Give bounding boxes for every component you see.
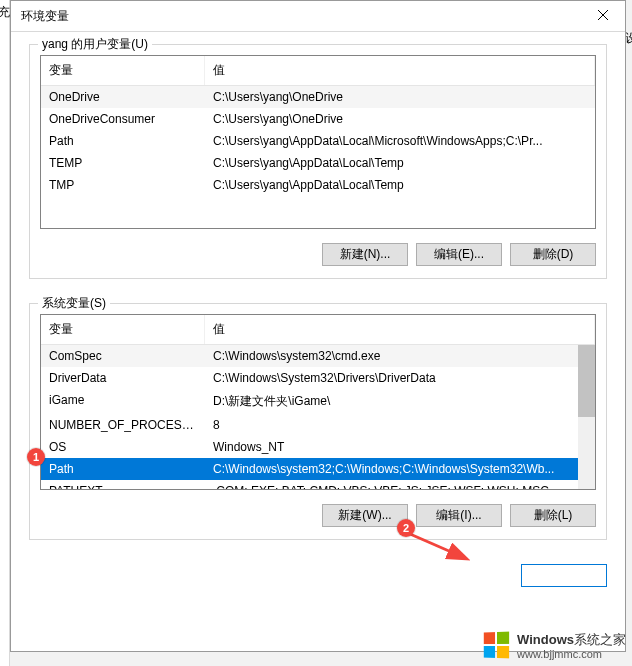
table-row[interactable]: NUMBER_OF_PROCESSORS8	[41, 414, 595, 436]
cell-var: OneDrive	[41, 86, 205, 108]
cell-val: C:\Windows\system32\cmd.exe	[205, 345, 595, 367]
cell-var: NUMBER_OF_PROCESSORS	[41, 414, 205, 436]
user-vars-legend: yang 的用户变量(U)	[38, 36, 152, 53]
cell-val: .COM;.EXE;.BAT;.CMD;.VBS;.VBE;.JS;.JSE;.…	[205, 480, 595, 489]
user-delete-button[interactable]: 删除(D)	[510, 243, 596, 266]
table-row[interactable]: OneDriveConsumerC:\Users\yang\OneDrive	[41, 108, 595, 130]
user-edit-button[interactable]: 编辑(E)...	[416, 243, 502, 266]
table-row[interactable]: PathC:\Users\yang\AppData\Local\Microsof…	[41, 130, 595, 152]
env-vars-dialog: 环境变量 yang 的用户变量(U) 变量 值 OneDriveC:\Users…	[10, 0, 626, 652]
table-row[interactable]: OneDriveC:\Users\yang\OneDrive	[41, 86, 595, 108]
cell-val: C:\Users\yang\OneDrive	[205, 108, 595, 130]
cell-val: C:\Users\yang\AppData\Local\Temp	[205, 152, 595, 174]
user-vars-table-body: OneDriveC:\Users\yang\OneDriveOneDriveCo…	[41, 86, 595, 228]
cell-val: C:\Users\yang\AppData\Local\Temp	[205, 174, 595, 196]
system-vars-table-header: 变量 值	[41, 315, 595, 345]
sliver-char: 充	[0, 4, 9, 21]
watermark: Windows系统之家 www.bjjmmc.com	[483, 631, 626, 660]
cell-var: DriverData	[41, 367, 205, 389]
user-vars-group: yang 的用户变量(U) 变量 值 OneDriveC:\Users\yang…	[29, 44, 607, 279]
svg-line-2	[410, 534, 465, 558]
cell-var: TEMP	[41, 152, 205, 174]
cell-var: PATHEXT	[41, 480, 205, 489]
cell-val: C:\Users\yang\OneDrive	[205, 86, 595, 108]
dialog-titlebar: 环境变量	[11, 1, 625, 32]
cell-var: TMP	[41, 174, 205, 196]
system-vars-group: 系统变量(S) 变量 值 ComSpecC:\Windows\system32\…	[29, 303, 607, 540]
scrollbar-thumb[interactable]	[578, 345, 595, 417]
system-vars-table-body: ComSpecC:\Windows\system32\cmd.exeDriver…	[41, 345, 595, 489]
cell-var: ComSpec	[41, 345, 205, 367]
column-header-val[interactable]: 值	[205, 56, 595, 85]
annotation-badge-1: 1	[27, 448, 45, 466]
table-row[interactable]: TMPC:\Users\yang\AppData\Local\Temp	[41, 174, 595, 196]
cell-var: iGame	[41, 389, 205, 414]
cell-val: 8	[205, 414, 595, 436]
cell-val: C:\Users\yang\AppData\Local\Microsoft\Wi…	[205, 130, 595, 152]
sliver-char-right: 设	[625, 30, 632, 47]
table-row[interactable]: TEMPC:\Users\yang\AppData\Local\Temp	[41, 152, 595, 174]
table-row[interactable]: PATHEXT.COM;.EXE;.BAT;.CMD;.VBS;.VBE;.JS…	[41, 480, 595, 489]
cell-val: C:\Windows\system32;C:\Windows;C:\Window…	[205, 458, 595, 480]
table-row[interactable]: iGameD:\新建文件夹\iGame\	[41, 389, 595, 414]
close-button[interactable]	[580, 1, 625, 31]
user-vars-table-header: 变量 值	[41, 56, 595, 86]
cell-var: Path	[41, 130, 205, 152]
cell-val: Windows_NT	[205, 436, 595, 458]
table-row[interactable]: OSWindows_NT	[41, 436, 595, 458]
background-left-sliver: 充	[0, 0, 10, 666]
system-new-button[interactable]: 新建(W)...	[322, 504, 408, 527]
column-header-val[interactable]: 值	[205, 315, 595, 344]
cell-val: C:\Windows\System32\Drivers\DriverData	[205, 367, 595, 389]
dialog-footer	[29, 564, 607, 587]
user-vars-table[interactable]: 变量 值 OneDriveC:\Users\yang\OneDriveOneDr…	[40, 55, 596, 229]
windows-logo-icon	[484, 631, 511, 660]
column-header-var[interactable]: 变量	[41, 315, 205, 344]
system-edit-button[interactable]: 编辑(I)...	[416, 504, 502, 527]
close-icon	[598, 9, 608, 23]
column-header-var[interactable]: 变量	[41, 56, 205, 85]
annotation-badge-2: 2	[397, 519, 415, 537]
ok-button-partial[interactable]	[521, 564, 607, 587]
system-delete-button[interactable]: 删除(L)	[510, 504, 596, 527]
cell-var: OneDriveConsumer	[41, 108, 205, 130]
system-vars-table[interactable]: 变量 值 ComSpecC:\Windows\system32\cmd.exeD…	[40, 314, 596, 490]
watermark-text: Windows系统之家 www.bjjmmc.com	[517, 631, 626, 660]
system-vars-scrollbar[interactable]	[578, 345, 595, 489]
dialog-title: 环境变量	[21, 8, 69, 25]
table-row[interactable]: DriverDataC:\Windows\System32\Drivers\Dr…	[41, 367, 595, 389]
cell-val: D:\新建文件夹\iGame\	[205, 389, 595, 414]
cell-var: OS	[41, 436, 205, 458]
table-row[interactable]: ComSpecC:\Windows\system32\cmd.exe	[41, 345, 595, 367]
user-new-button[interactable]: 新建(N)...	[322, 243, 408, 266]
cell-var: Path	[41, 458, 205, 480]
background-right-sliver: 设	[625, 30, 632, 60]
system-vars-legend: 系统变量(S)	[38, 295, 110, 312]
table-row[interactable]: PathC:\Windows\system32;C:\Windows;C:\Wi…	[41, 458, 595, 480]
